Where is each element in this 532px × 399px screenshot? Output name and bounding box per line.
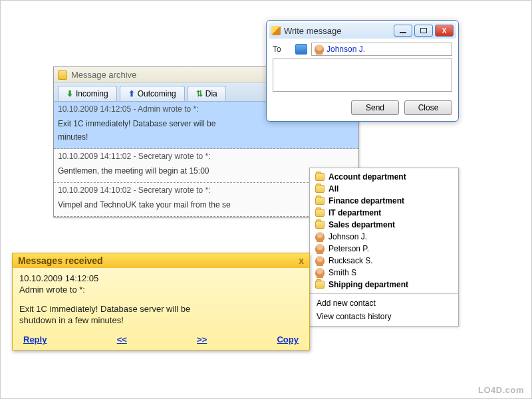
notification-close-button[interactable]: x (299, 255, 304, 266)
arrow-up-icon: ⬆ (128, 89, 135, 98)
contact-label: Finance department (329, 196, 404, 205)
close-icon: X (442, 27, 447, 35)
maximize-icon (420, 28, 427, 33)
contact-user[interactable]: Rucksack S. (313, 255, 456, 267)
person-icon (315, 244, 325, 253)
contacts-list: Account department All Finance departmen… (310, 168, 458, 293)
contact-dept[interactable]: All (313, 183, 456, 195)
contact-label: Smith S (329, 268, 356, 277)
pencil-icon (271, 26, 281, 35)
contact-user[interactable]: Smith S (313, 267, 456, 279)
person-icon (315, 256, 325, 265)
notification-from: Admin wrote to *: (19, 285, 303, 295)
contact-label: Peterson P. (329, 244, 369, 253)
notification-body: 10.10.2009 14:12:05 Admin wrote to *: Ex… (13, 268, 309, 332)
notification-text: shutdown in a few minutes! (19, 315, 303, 325)
person-icon (315, 232, 325, 241)
add-contact-link[interactable]: Add new contact (313, 297, 456, 310)
contact-dept[interactable]: Finance department (313, 195, 456, 207)
folder-icon (315, 221, 325, 229)
contact-user[interactable]: Peterson P. (313, 243, 456, 255)
contacts-footer: Add new contact View contacts history (310, 293, 458, 326)
contact-label: All (329, 184, 338, 194)
notification-header[interactable]: Messages received x (13, 253, 309, 268)
view-history-link[interactable]: View contacts history (313, 310, 456, 323)
archive-title-text: Message archive (71, 70, 136, 80)
contact-label: Rucksack S. (329, 256, 373, 265)
to-row: To Johnson J. (273, 43, 452, 56)
contact-dept[interactable]: Account department (313, 171, 456, 183)
tab-label: Outcoming (138, 89, 176, 98)
minimize-icon (400, 32, 406, 33)
contact-user[interactable]: Johnson J. (313, 231, 456, 243)
contact-label: Johnson J. (329, 232, 367, 241)
tab-label: Incoming (76, 89, 108, 98)
person-icon (315, 268, 325, 277)
close-dialog-button[interactable]: Close (404, 100, 452, 115)
reply-link[interactable]: Reply (23, 334, 47, 344)
write-message-window: Write message X To Johnson J. Send Close (266, 20, 459, 122)
write-title-text: Write message (284, 26, 392, 36)
contact-dept[interactable]: IT department (313, 207, 456, 219)
message-textarea[interactable] (273, 59, 452, 92)
next-link[interactable]: >> (197, 334, 207, 344)
folder-icon (315, 173, 325, 181)
contact-label: Sales department (329, 220, 395, 229)
maximize-button[interactable] (414, 25, 433, 37)
message-body: minutes! (58, 132, 354, 142)
close-button[interactable]: X (435, 25, 454, 37)
tab-label: Dia (205, 89, 217, 98)
send-button[interactable]: Send (351, 100, 399, 115)
notification-title: Messages received (18, 255, 103, 266)
notification-actions: Reply << >> Copy (13, 332, 309, 350)
notification-text: Exit 1C immediately! Database server wil… (19, 304, 303, 314)
address-book-icon[interactable] (295, 44, 307, 55)
contact-label: Account department (329, 172, 406, 182)
recipient-name: Johnson J. (327, 45, 365, 54)
contact-label: Shipping department (329, 280, 408, 289)
contact-dept[interactable]: Sales department (313, 219, 456, 231)
tab-outcoming[interactable]: ⬆ Outcoming (120, 86, 185, 101)
notification-timestamp: 10.10.2009 14:12:05 (19, 273, 303, 283)
tab-dialog[interactable]: ⇅ Dia (188, 86, 226, 101)
to-label: To (273, 45, 291, 54)
write-titlebar[interactable]: Write message X (269, 23, 456, 39)
watermark: LO4D.com (478, 385, 524, 395)
prev-link[interactable]: << (117, 334, 127, 344)
copy-link[interactable]: Copy (277, 334, 299, 344)
folder-icon (315, 185, 325, 193)
notification-popup: Messages received x 10.10.2009 14:12:05 … (12, 253, 310, 350)
folder-icon (315, 209, 325, 217)
write-body: To Johnson J. Send Close (269, 39, 456, 119)
tab-incoming[interactable]: ⬇ Incoming (58, 86, 117, 101)
folder-icon (315, 281, 325, 289)
minimize-button[interactable] (394, 25, 412, 37)
contact-dept[interactable]: Shipping department (313, 279, 456, 291)
write-buttons: Send Close (273, 100, 452, 115)
person-icon (315, 45, 324, 54)
contacts-panel: Account department All Finance departmen… (309, 168, 459, 327)
arrow-down-icon: ⬇ (66, 89, 73, 98)
folder-icon (315, 197, 325, 205)
arrow-both-icon: ⇅ (196, 89, 203, 98)
message-header: 10.10.2009 14:11:02 - Secretary wrote to… (58, 152, 354, 161)
recipient-field[interactable]: Johnson J. (311, 43, 452, 56)
scroll-icon (58, 70, 67, 80)
contact-label: IT department (329, 208, 381, 217)
